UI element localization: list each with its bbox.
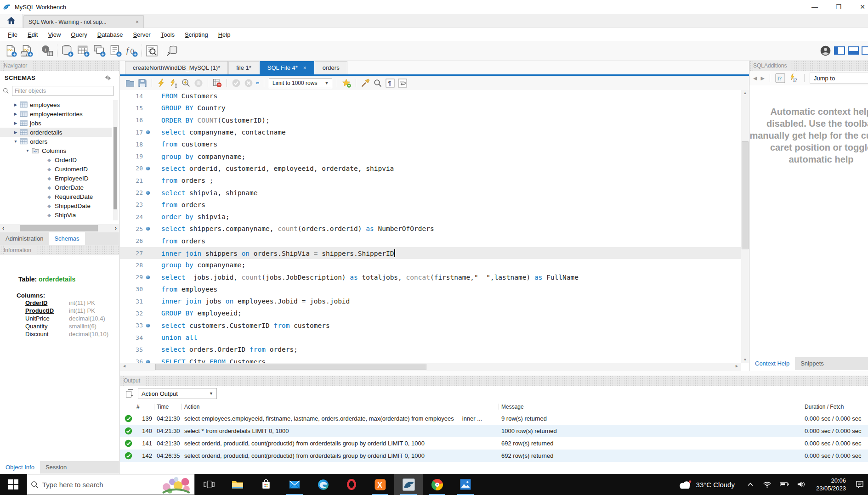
open-script-icon[interactable]: SQL xyxy=(21,45,33,57)
menu-scripting[interactable]: Scripting xyxy=(180,31,213,38)
tab-administration[interactable]: Administration xyxy=(0,232,49,245)
tree-item-columns[interactable]: ▼Columns xyxy=(0,146,112,155)
context-help-icon[interactable]: I? xyxy=(775,73,785,83)
taskbar-mail-icon[interactable] xyxy=(280,474,309,495)
scroll-up-icon[interactable]: ▲ xyxy=(741,91,749,95)
chevron-right-icon[interactable]: ▶ xyxy=(12,121,19,125)
taskbar-search-input[interactable] xyxy=(42,481,157,489)
autocommit-toggle[interactable] xyxy=(256,82,259,84)
output-row[interactable]: 14204:26:35select orderid, productid, co… xyxy=(120,450,868,462)
menu-edit[interactable]: Edit xyxy=(23,31,43,38)
chevron-right-icon[interactable]: ▶ xyxy=(12,112,19,116)
taskbar-edge-icon[interactable] xyxy=(309,474,337,495)
jump-to-dropdown[interactable]: Jump to xyxy=(810,73,868,84)
output-view-dropdown[interactable]: Action Output▼ xyxy=(138,388,217,399)
beautify-icon[interactable] xyxy=(361,79,370,88)
editor-vertical-scrollbar[interactable]: ▲ ▼ xyxy=(741,90,749,363)
start-button[interactable] xyxy=(0,474,27,495)
new-view-icon[interactable] xyxy=(93,45,106,57)
wrap-icon[interactable] xyxy=(398,79,407,88)
tree-scrollbar[interactable] xyxy=(113,100,118,220)
tab-session[interactable]: Session xyxy=(40,461,72,474)
new-snippet-icon[interactable] xyxy=(342,79,351,88)
chevron-right-icon[interactable]: ▶ xyxy=(12,130,19,135)
wifi-icon[interactable] xyxy=(763,481,772,488)
connection-tab-close-icon[interactable]: × xyxy=(136,19,139,25)
taskbar-task-view-icon[interactable] xyxy=(195,474,223,495)
new-function-icon[interactable]: f() xyxy=(125,45,138,57)
preferences-icon[interactable] xyxy=(820,45,831,56)
execute-icon[interactable] xyxy=(157,79,166,88)
tree-scrollbar-thumb[interactable] xyxy=(113,127,117,209)
auto-context-help-icon[interactable]: I? xyxy=(789,73,799,83)
menu-server[interactable]: Server xyxy=(128,31,155,38)
menu-file[interactable]: File xyxy=(3,31,23,38)
schemas-expand-icon[interactable] xyxy=(104,75,112,81)
menu-query[interactable]: Query xyxy=(66,31,92,38)
editor-vscroll-thumb[interactable] xyxy=(742,141,749,249)
help-back-icon[interactable]: ◀ xyxy=(753,75,757,81)
scroll-right-icon[interactable]: › xyxy=(115,225,117,232)
help-forward-icon[interactable]: ▶ xyxy=(760,75,764,81)
scroll-left-icon[interactable]: ‹ xyxy=(2,225,4,232)
menu-view[interactable]: View xyxy=(43,31,66,38)
battery-icon[interactable] xyxy=(780,481,789,488)
rollback-icon[interactable] xyxy=(244,79,253,88)
taskbar-store-icon[interactable] xyxy=(252,474,280,495)
volume-icon[interactable] xyxy=(797,481,806,488)
db-plug-icon[interactable] xyxy=(166,45,178,57)
sql-code-area[interactable]: 14FROM Customers15GROUP BY Country16ORDE… xyxy=(120,90,741,363)
home-tab[interactable] xyxy=(0,14,23,28)
tab-object-info[interactable]: Object Info xyxy=(0,461,40,474)
tree-item-shippeddate[interactable]: ◆ShippedDate xyxy=(0,201,112,210)
stop-on-error-icon[interactable] xyxy=(213,79,222,88)
chevron-right-icon[interactable]: ▶ xyxy=(12,102,19,107)
output-row[interactable]: 13904:21:30select employees.employeeid, … xyxy=(120,412,868,425)
editor-tab-createnorthwinddb-mysql-1-[interactable]: createNorthWindDB_MySQL (1)* xyxy=(125,61,228,74)
hidden-icons-chevron-icon[interactable] xyxy=(746,481,755,488)
scroll-right-icon[interactable]: ► xyxy=(735,364,739,368)
editor-hscroll-thumb[interactable] xyxy=(155,364,426,370)
tree-item-shipvia[interactable]: ◆ShipVia xyxy=(0,210,112,219)
tree-item-employees[interactable]: ▶employees xyxy=(0,100,112,109)
taskbar-clock[interactable]: 20:06 23/05/2023 xyxy=(811,474,851,495)
new-table-icon[interactable] xyxy=(77,45,90,57)
editor-tab-file-1-[interactable]: file 1* xyxy=(228,61,259,74)
editor-horizontal-scrollbar[interactable]: ◄ ► xyxy=(120,363,741,371)
new-query-icon[interactable]: SQL xyxy=(5,45,17,57)
tab-snippets[interactable]: Snippets xyxy=(795,357,829,370)
new-schema-icon[interactable] xyxy=(61,45,74,57)
tree-item-orderdetails[interactable]: ▶orderdetails xyxy=(0,128,112,137)
menu-database[interactable]: Database xyxy=(92,31,128,38)
taskbar-workbench-icon[interactable] xyxy=(394,474,423,495)
tree-item-orderid[interactable]: ◆OrderID xyxy=(0,155,112,164)
scroll-down-icon[interactable]: ▼ xyxy=(741,358,749,362)
inspector-icon[interactable]: i xyxy=(41,45,53,57)
tree-item-orderdate[interactable]: ◆OrderDate xyxy=(0,183,112,192)
tab-close-icon[interactable]: × xyxy=(303,65,306,71)
action-center-icon[interactable] xyxy=(851,474,868,495)
toggle-left-panel-icon[interactable] xyxy=(834,46,845,55)
tree-item-employeeterritories[interactable]: ▶employeeterritories xyxy=(0,109,112,118)
new-procedure-icon[interactable] xyxy=(109,45,122,57)
output-row[interactable]: 14004:21:30select * from orderdetails LI… xyxy=(120,425,868,437)
save-icon[interactable] xyxy=(138,79,147,88)
toggle-right-panel-icon[interactable] xyxy=(862,46,868,55)
editor-tab-orders[interactable]: orders xyxy=(315,61,347,74)
scroll-left-icon[interactable]: ◄ xyxy=(122,364,126,368)
taskbar-search[interactable] xyxy=(27,474,195,495)
taskbar-chrome-icon[interactable] xyxy=(423,474,451,495)
menu-help[interactable]: Help xyxy=(213,31,236,38)
tab-schemas[interactable]: Schemas xyxy=(49,232,85,245)
taskbar-opera-icon[interactable] xyxy=(337,474,366,495)
tree-item-jobs[interactable]: ▶jobs xyxy=(0,118,112,128)
find-icon[interactable] xyxy=(373,79,382,88)
tree-item-requireddate[interactable]: ◆RequiredDate xyxy=(0,192,112,201)
tree-item-orders[interactable]: ▼orders xyxy=(0,137,112,146)
sidebar-horizontal-scrollbar[interactable]: ‹ › xyxy=(0,224,119,232)
connection-tab[interactable]: SQL Work - Warning - not sup... × xyxy=(23,15,144,28)
chevron-down-icon[interactable]: ▼ xyxy=(12,139,19,144)
taskbar-photos-icon[interactable] xyxy=(451,474,480,495)
limit-rows-dropdown[interactable]: Limit to 1000 rows▼ xyxy=(269,78,332,88)
execute-current-icon[interactable] xyxy=(169,79,178,88)
